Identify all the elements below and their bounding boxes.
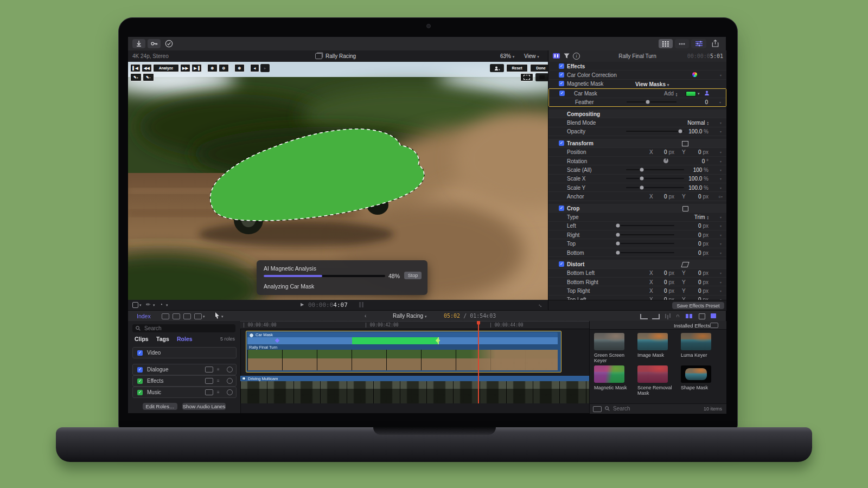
effects-role-checkbox[interactable]: ✓ <box>137 378 143 384</box>
save-effects-preset-button[interactable]: Save Effects Preset <box>672 302 724 309</box>
background-tasks-button[interactable] <box>165 40 173 49</box>
distort-x-value[interactable]: 0 px <box>664 270 674 276</box>
rally-clip-selected[interactable]: Car Mask Rally Final Turn <box>246 331 561 373</box>
mask-mode-stepper[interactable]: Add▴▾ <box>664 91 677 97</box>
effect-item[interactable]: Image Mask <box>637 333 673 363</box>
viewer-timecode[interactable]: 00:00:04:07 <box>308 301 348 309</box>
snapping-icon[interactable] <box>699 313 705 319</box>
lanes-icon[interactable] <box>205 367 213 373</box>
inspector-view-button[interactable] <box>691 39 706 48</box>
go-to-end-button[interactable]: ▶▐ <box>192 64 202 72</box>
crop-onscreen-icon[interactable] <box>682 206 688 211</box>
import-media-button[interactable] <box>132 39 145 48</box>
viewer-canvas[interactable]: ▌◀ ◀◀ Analyze ▶▶ ▶▐ ⊕ ⊖ ⊗ ◂ ▸ ✎+ ✎− <box>128 62 548 300</box>
playhead-handle[interactable] <box>477 321 480 325</box>
reset-button[interactable]: Reset <box>506 64 528 72</box>
position-y-value[interactable]: 0 px <box>698 149 709 155</box>
blade-tool-icon[interactable] <box>711 313 716 318</box>
anchor-y-value[interactable]: 0 px <box>698 194 709 200</box>
effect-item[interactable]: Green Screen Keyer <box>594 333 630 363</box>
crop-top-slider[interactable] <box>616 243 674 244</box>
scale-y-value[interactable]: 100.0 % <box>688 184 709 190</box>
opacity-slider[interactable] <box>626 131 684 132</box>
viewer-zoom-menu[interactable]: 63% ▾ <box>500 53 514 59</box>
opacity-value[interactable]: 100.0 % <box>688 129 709 134</box>
skimming-icon[interactable]: ∩ <box>676 313 679 318</box>
step-forward-button[interactable]: ▶▶ <box>180 64 190 72</box>
crop-type-popup[interactable]: Trim▴▾ <box>694 214 709 220</box>
role-row-music[interactable]: ✓ Music ≡ <box>132 387 237 398</box>
effects-search-field[interactable] <box>605 406 686 412</box>
delete-mask-button[interactable]: ⊗ <box>234 64 245 72</box>
list-view-button[interactable] <box>675 39 689 48</box>
position-x-value[interactable]: 0 px <box>664 149 674 155</box>
crop-left-value[interactable]: 0 px <box>698 223 709 229</box>
select-tool-button[interactable] <box>215 312 220 320</box>
distort-checkbox[interactable]: ✓ <box>559 261 564 267</box>
subroles-icon[interactable]: ≡ <box>217 390 224 395</box>
role-row-video[interactable]: ✓ Video <box>132 347 237 358</box>
scale-x-slider[interactable] <box>626 178 684 179</box>
rally-filmstrip[interactable] <box>247 350 558 370</box>
feather-slider[interactable] <box>627 101 676 102</box>
lanes-icon[interactable] <box>205 389 213 395</box>
keywords-button[interactable] <box>148 39 161 48</box>
focus-icon[interactable] <box>227 389 233 395</box>
effect-item[interactable]: Luma Keyer <box>681 333 717 363</box>
tools-menu-button[interactable]: ✎ <box>144 301 152 309</box>
magnetic-mask-checkbox[interactable]: ✓ <box>559 81 564 86</box>
crop-bottom-slider[interactable] <box>616 252 674 253</box>
subject-picker-button[interactable] <box>490 64 504 72</box>
focus-icon[interactable] <box>227 367 233 373</box>
multicam-filmstrip[interactable] <box>240 381 589 403</box>
crop-bottom-value[interactable]: 0 px <box>698 249 709 255</box>
scale-x-value[interactable]: 100.0 % <box>688 176 709 182</box>
music-role-checkbox[interactable]: ✓ <box>137 390 143 395</box>
crop-top-value[interactable]: 0 px <box>698 241 709 247</box>
magnetic-mask-row[interactable]: ✓ Magnetic Mask View Masks ▾ <box>548 80 726 88</box>
crop-left-slider[interactable] <box>616 225 674 226</box>
playhead[interactable] <box>478 321 479 403</box>
effects-grid-toggle[interactable] <box>593 406 602 412</box>
effects-checkbox[interactable]: ✓ <box>559 63 564 69</box>
distort-onscreen-icon[interactable] <box>681 262 689 267</box>
clip-appearance-1-button[interactable] <box>162 313 169 319</box>
crop-right-value[interactable]: 0 px <box>698 232 709 237</box>
transform-onscreen-icon[interactable] <box>682 141 688 146</box>
color-correction-checkbox[interactable]: ✓ <box>559 72 564 78</box>
solo-icon[interactable] <box>686 314 688 318</box>
color-wheel-icon[interactable] <box>692 72 697 77</box>
subroles-icon[interactable]: ≡ <box>217 378 224 383</box>
color-correction-row[interactable]: ✓ Car Color Correction ▾ <box>548 70 726 79</box>
roles-search-field[interactable] <box>132 324 235 332</box>
subtract-from-mask-button[interactable]: ⊖ <box>219 64 229 72</box>
effects-search-input[interactable] <box>612 405 679 412</box>
index-button[interactable]: Index <box>137 313 151 319</box>
remove-stroke-brush-button[interactable]: ✎− <box>143 73 154 81</box>
video-role-checkbox[interactable]: ✓ <box>137 350 143 356</box>
transform-overlay-button[interactable] <box>132 302 138 308</box>
audio-meter[interactable] <box>359 302 361 307</box>
role-row-dialogue[interactable]: ✓ Dialogue ≡ <box>132 364 237 375</box>
effect-item[interactable]: Shape Mask <box>681 365 717 396</box>
analyze-button[interactable]: Analyze <box>153 64 179 72</box>
done-button[interactable]: Done <box>530 64 548 72</box>
retime-menu-button[interactable]: ◔ <box>159 301 163 307</box>
distort-y-value[interactable]: 0 px <box>698 279 709 285</box>
transform-checkbox[interactable]: ✓ <box>559 140 564 146</box>
effects-menu-button[interactable] <box>710 323 718 328</box>
effect-item[interactable]: Magnetic Mask <box>594 365 630 396</box>
rotation-value[interactable]: 0 ° <box>702 158 709 164</box>
show-audio-lanes-button[interactable]: Show Audio Lanes <box>182 403 226 410</box>
distort-y-value[interactable]: 0 px <box>698 270 709 276</box>
scale-all-slider[interactable] <box>626 169 684 170</box>
tab-clips[interactable]: Clips <box>135 336 149 342</box>
share-button[interactable] <box>712 40 719 48</box>
blend-mode-popup[interactable]: Normal▴▾ <box>687 120 709 126</box>
multicam-clip[interactable]: Driving Multicam <box>240 376 589 403</box>
subject-icon[interactable] <box>704 91 710 97</box>
trim-end-icon[interactable] <box>652 314 660 319</box>
viewer-view-menu[interactable]: View ▾ <box>524 53 539 59</box>
scale-y-slider[interactable] <box>626 187 684 188</box>
anchor-x-value[interactable]: 0 px <box>664 194 674 200</box>
